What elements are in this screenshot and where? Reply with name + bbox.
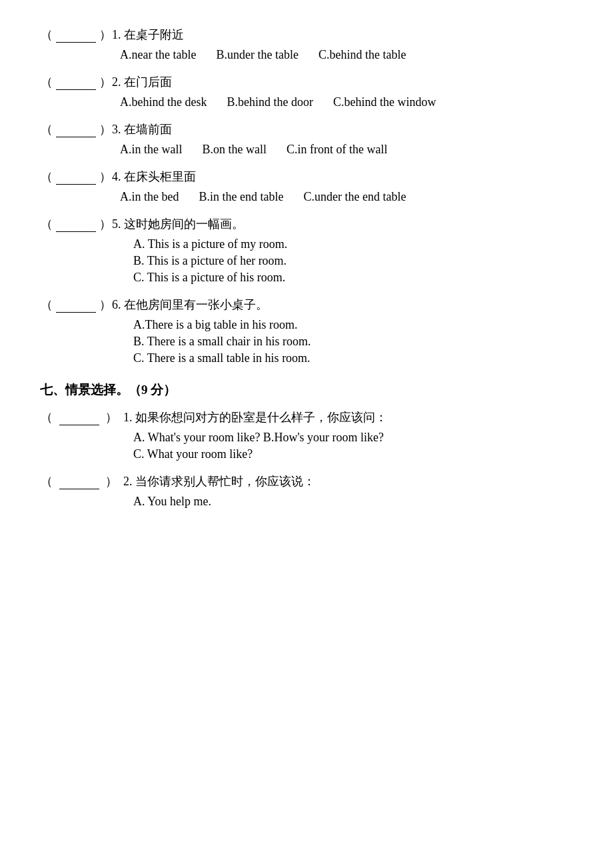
sq2-text: 当你请求别人帮忙时，你应该说：	[135, 473, 315, 489]
q2-option-b: B.behind the door	[227, 95, 312, 109]
q5-option-a: A. This is a picture of my room.	[133, 237, 573, 251]
q2-text: 在门后面	[124, 74, 574, 90]
q6-option-b: B. There is a small chair in his room.	[133, 335, 573, 349]
q3-option-c: C.in front of the wall	[287, 143, 387, 157]
bracket-open-4: （	[40, 169, 53, 185]
q6-text: 在他房间里有一张小桌子。	[124, 297, 574, 313]
bracket-close-1: ）	[99, 27, 112, 43]
answer-space-5	[56, 217, 96, 232]
sq1-option-c: C. What your room like?	[133, 447, 573, 461]
question-4: （ ） 4. 在床头柜里面 A.in the bed B.in the end …	[40, 169, 573, 204]
sq1-bracket-open: （	[40, 409, 53, 425]
q6-option-a: A.There is a big table in his room.	[133, 318, 573, 332]
sub-question-2: （ ） 2. 当你请求别人帮忙时，你应该说： A. You help me.	[40, 473, 573, 509]
q4-text: 在床头柜里面	[124, 169, 574, 185]
q2-options: A.behind the desk B.behind the door C.be…	[120, 95, 573, 109]
q4-options: A.in the bed B.in the end table C.under …	[120, 190, 573, 204]
bracket-open-6: （	[40, 297, 53, 313]
q2-num: 2.	[112, 75, 121, 89]
bracket-open-5: （	[40, 216, 53, 232]
bracket-close-3: ）	[99, 121, 112, 137]
q1-options: A.near the table B.under the table C.beh…	[120, 48, 573, 62]
q5-option-c: C. This is a picture of his room.	[133, 271, 573, 285]
bracket-close-6: ）	[99, 297, 112, 313]
bracket-close-5: ）	[99, 216, 112, 232]
sq1-answer-space	[59, 411, 99, 425]
question-1: （ ） 1. 在桌子附近 A.near the table B.under th…	[40, 27, 573, 62]
q1-option-b: B.under the table	[216, 48, 298, 62]
q1-text: 在桌子附近	[124, 27, 574, 43]
sq2-bracket-close: ）	[105, 473, 118, 489]
q2-option-c: C.behind the window	[333, 95, 436, 109]
q3-options: A.in the wall B.on the wall C.in front o…	[120, 143, 573, 157]
q5-text: 这时她房间的一幅画。	[124, 216, 574, 232]
q4-option-a: A.in the bed	[120, 190, 179, 204]
q4-option-b: B.in the end table	[199, 190, 283, 204]
question-3: （ ） 3. 在墙前面 A.in the wall B.on the wall …	[40, 121, 573, 157]
sq1-option-ab: A. What's your room like? B.How's your r…	[133, 431, 573, 445]
sq1-bracket-close: ）	[105, 409, 118, 425]
q6-num: 6.	[112, 298, 121, 312]
answer-space-3	[56, 123, 96, 137]
q5-option-b: B. This is a picture of her room.	[133, 254, 573, 268]
q6-option-c: C. There is a small table in his room.	[133, 351, 573, 365]
sq2-bracket-open: （	[40, 473, 53, 489]
q2-option-a: A.behind the desk	[120, 95, 207, 109]
bracket-open-3: （	[40, 121, 53, 137]
q3-text: 在墙前面	[124, 121, 574, 137]
q3-option-b: B.on the wall	[202, 143, 267, 157]
sq1-text: 如果你想问对方的卧室是什么样子，你应该问：	[135, 409, 387, 425]
bracket-close-4: ）	[99, 169, 112, 185]
q3-num: 3.	[112, 123, 121, 137]
section-7: 七、情景选择。（9 分） （ ） 1. 如果你想问对方的卧室是什么样子，你应该问…	[40, 381, 573, 509]
answer-space-1	[56, 28, 96, 43]
sq2-answer-space	[59, 475, 99, 489]
q4-num: 4.	[112, 170, 121, 184]
q1-num: 1.	[112, 28, 121, 42]
question-5: （ ） 5. 这时她房间的一幅画。 A. This is a picture o…	[40, 216, 573, 285]
questions-container: （ ） 1. 在桌子附近 A.near the table B.under th…	[40, 27, 573, 509]
question-6: （ ） 6. 在他房间里有一张小桌子。 A.There is a big tab…	[40, 297, 573, 365]
bracket-open-1: （	[40, 27, 53, 43]
q5-num: 5.	[112, 217, 121, 231]
section-7-header: 七、情景选择。（9 分）	[40, 381, 573, 399]
sq2-num: 2.	[123, 475, 133, 489]
bracket-open-2: （	[40, 74, 53, 90]
bracket-close-2: ）	[99, 74, 112, 90]
q3-option-a: A.in the wall	[120, 143, 182, 157]
answer-space-2	[56, 75, 96, 90]
q1-option-a: A.near the table	[120, 48, 196, 62]
q4-option-c: C.under the end table	[303, 190, 406, 204]
sq2-option-a: A. You help me.	[133, 495, 573, 509]
answer-space-4	[56, 170, 96, 185]
sq1-num: 1.	[123, 411, 133, 425]
answer-space-6	[56, 298, 96, 313]
question-2: （ ） 2. 在门后面 A.behind the desk B.behind t…	[40, 74, 573, 109]
sub-question-1: （ ） 1. 如果你想问对方的卧室是什么样子，你应该问： A. What's y…	[40, 409, 573, 461]
q1-option-c: C.behind the table	[318, 48, 406, 62]
